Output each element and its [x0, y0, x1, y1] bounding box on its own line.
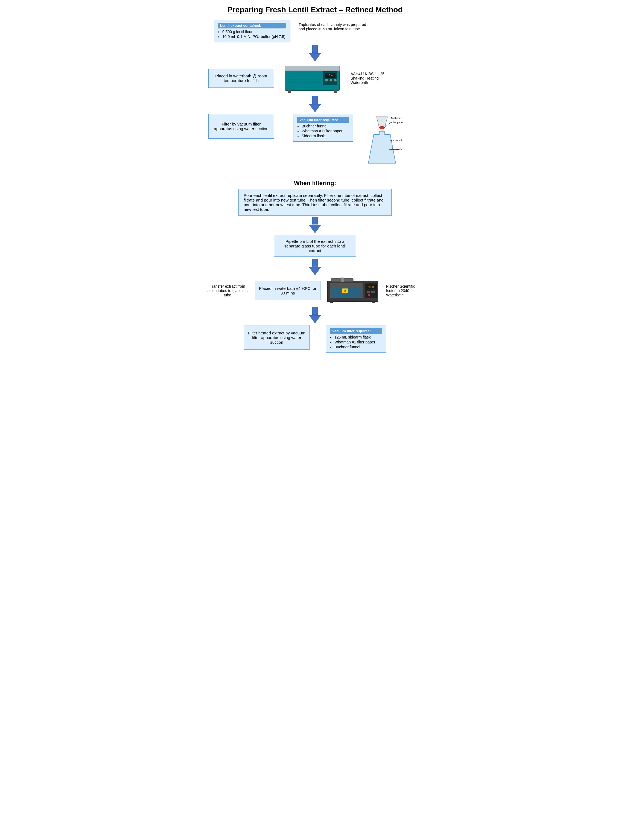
arrow-shaft-3 — [312, 217, 318, 224]
step1-bullet-1: 0.500 g lentil flour — [222, 30, 286, 34]
vacuum-diagram-svg: Buchner funnel Filter paper Vacuum flask… — [362, 114, 403, 174]
waterbath1-image: 25.0 — [282, 63, 343, 93]
step1-bullet-2: 10.0 mL 0.1 M NaPO₄ buffer (pH 7.5) — [222, 35, 286, 39]
vacuum2-bullet-2: Whatman #1 filter paper — [335, 340, 382, 344]
step1-row: Lentil extract contained: 0.500 g lentil… — [197, 20, 433, 43]
svg-marker-12 — [377, 117, 387, 128]
step4-text: Pipette 5 mL of the extract into a separ… — [278, 239, 352, 253]
vacuum-bullet-2: Whatman #1 filter paper — [302, 129, 349, 133]
svg-rect-30 — [341, 278, 344, 282]
step6-box: Filter heated extract by vacuum filter a… — [244, 325, 309, 350]
filtering-text: Pour each lentil extract replicate separ… — [244, 193, 384, 212]
arrow-head-2 — [309, 104, 321, 112]
step6-text: Filter heated extract by vacuum filter a… — [248, 331, 305, 344]
waterbath2-label: Fischer Scientific Isotemp 2340 Waterbat… — [386, 284, 425, 297]
arrow-head-5 — [309, 315, 321, 324]
step3-content: Filter by vacuum filter apparatus using … — [208, 114, 274, 139]
step4-box: Pipette 5 mL of the extract into a separ… — [274, 235, 356, 257]
svg-point-7 — [334, 79, 336, 82]
arrow-shaft-2 — [312, 96, 318, 104]
svg-rect-38 — [373, 301, 375, 303]
step3-text: Filter by vacuum filter apparatus using … — [212, 122, 270, 131]
step5-row: Transfer extract from falcon tubes to gl… — [197, 277, 433, 304]
waterbath2-image: 90.0 ⚠ — [326, 277, 381, 304]
vacuum-req-2-header: Vacuum filter requires: — [330, 328, 382, 334]
svg-text:Vacuum flask: Vacuum flask — [391, 139, 403, 142]
step6-row: Filter heated extract by vacuum filter a… — [197, 325, 433, 353]
step1-side-note: Triplicates of each variety was prepared… — [298, 20, 370, 43]
step4-row: Pipette 5 mL of the extract into a separ… — [197, 235, 433, 257]
step4-content: Pipette 5 mL of the extract into a separ… — [274, 235, 356, 257]
svg-rect-37 — [330, 301, 333, 303]
arrow-2 — [309, 96, 321, 113]
svg-point-6 — [330, 79, 332, 82]
page-title: Preparing Fresh Lentil Extract – Refined… — [197, 5, 433, 14]
arrow-shaft-1 — [312, 45, 318, 53]
step2-row: Placed in waterbath @ room temperature f… — [197, 63, 433, 93]
step5-side-note: Transfer extract from falcon tubes to gl… — [205, 284, 249, 297]
svg-text:Filter paper: Filter paper — [391, 121, 403, 124]
svg-rect-34 — [367, 291, 370, 293]
step1-bullets: 0.500 g lentil flour 10.0 mL 0.1 M NaPO₄… — [218, 30, 286, 39]
vacuum-req-2-bullets: 125 mL sidearm flask Whatman #1 filter p… — [330, 335, 382, 349]
step5-box: Placed in waterbath @ 90ºC for 30 mins — [255, 281, 321, 300]
arrow-1 — [309, 45, 321, 62]
svg-rect-8 — [287, 90, 291, 93]
svg-point-36 — [368, 294, 370, 296]
flow-diagram: Lentil extract contained: 0.500 g lentil… — [197, 20, 433, 354]
step3-box: Filter by vacuum filter apparatus using … — [208, 114, 274, 139]
vacuum2-bullet-3: Buchner funnel — [335, 345, 382, 349]
arrow-shaft-4 — [312, 259, 318, 267]
step2-content: Placed in waterbath @ room temperature f… — [208, 69, 274, 88]
step1-box: Lentil extract contained: 0.500 g lentil… — [214, 20, 291, 43]
svg-rect-9 — [333, 90, 337, 93]
svg-text:Buchner funnel: Buchner funnel — [391, 117, 403, 120]
svg-text:⚠: ⚠ — [344, 289, 346, 292]
arrow-head-4 — [309, 267, 321, 275]
vacuum-diagram: Buchner funnel Filter paper Vacuum flask… — [362, 114, 403, 175]
arrow-3 — [309, 217, 321, 234]
arrow-4 — [309, 259, 321, 276]
svg-rect-16 — [379, 131, 385, 135]
step3-connector: — — [279, 114, 285, 126]
arrow-head-3 — [309, 225, 321, 233]
vacuum-req-1: Vacuum filter requires: Buchner funnel W… — [293, 114, 353, 142]
step5-text: Placed in waterbath @ 90ºC for 30 mins — [259, 286, 316, 295]
step1-header: Lentil extract contained: — [218, 23, 286, 28]
step2-box: Placed in waterbath @ room temperature f… — [208, 69, 274, 88]
arrow-shaft-5 — [312, 307, 318, 315]
svg-text:25.0: 25.0 — [327, 74, 333, 77]
arrow-5 — [309, 307, 321, 324]
vacuum-bullet-1: Buchner funnel — [302, 124, 349, 128]
vacuum-bullet-3: Sidearm flask — [302, 134, 349, 138]
step1-content: Lentil extract contained: 0.500 g lentil… — [214, 20, 291, 43]
vacuum-req-1-content: Vacuum filter requires: Buchner funnel W… — [293, 114, 353, 142]
step3-row: Filter by vacuum filter apparatus using … — [197, 114, 433, 175]
vacuum-req-1-header: Vacuum filter requires: — [297, 117, 349, 123]
vacuum-req-1-bullets: Buchner funnel Whatman #1 filter paper S… — [297, 124, 349, 138]
svg-text:Vacuum ho...: Vacuum ho... — [391, 148, 403, 151]
svg-text:90.0: 90.0 — [368, 286, 374, 289]
arrow-head-1 — [309, 53, 321, 62]
when-filtering-heading: When filtering: — [294, 180, 336, 187]
vacuum-req-2: Vacuum filter requires: 125 mL sidearm f… — [326, 325, 386, 353]
svg-point-14 — [379, 126, 385, 129]
step6-content: Filter heated extract by vacuum filter a… — [244, 325, 309, 350]
filtering-box: Pour each lentil extract replicate separ… — [238, 189, 392, 216]
svg-rect-1 — [285, 66, 339, 71]
vacuum-req-2-content: Vacuum filter requires: 125 mL sidearm f… — [326, 325, 386, 353]
vacuum2-bullet-1: 125 mL sidearm flask — [335, 335, 382, 339]
step2-text: Placed in waterbath @ room temperature f… — [212, 74, 270, 83]
step6-connector: — — [315, 325, 321, 337]
svg-rect-35 — [371, 291, 374, 293]
step5-content: Placed in waterbath @ 90ºC for 30 mins — [255, 281, 321, 300]
svg-point-5 — [325, 79, 328, 82]
waterbath1-label: AAH411K BS-11 25L Shaking Heating Waterb… — [351, 72, 389, 85]
